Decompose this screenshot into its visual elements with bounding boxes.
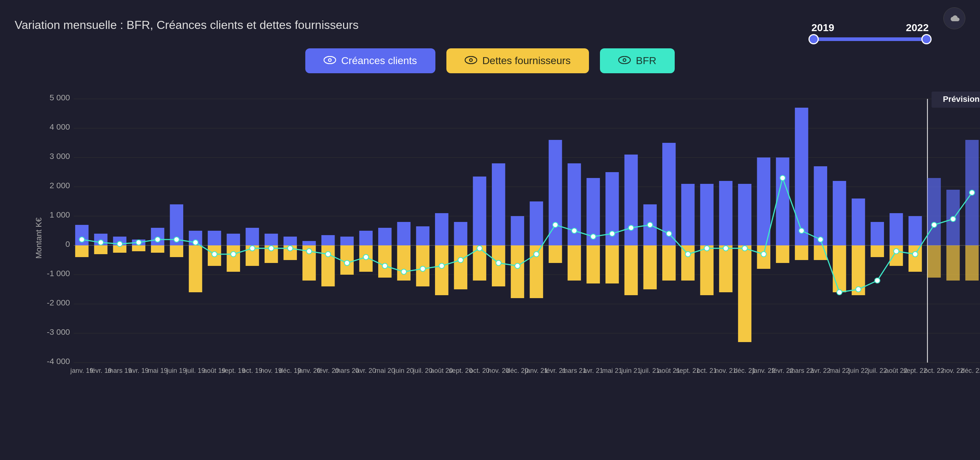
svg-rect-41 (170, 245, 183, 257)
chart-area: Montant K€ 5 000 4 000 3 (44, 88, 980, 388)
year-labels: 2019 2022 (811, 22, 929, 34)
svg-text:juin 20: juin 20 (394, 367, 414, 374)
svg-text:mars 19: mars 19 (108, 367, 132, 374)
svg-point-160 (705, 246, 710, 251)
svg-text:mars 21: mars 21 (562, 367, 586, 374)
svg-point-155 (609, 231, 615, 236)
svg-text:sept. 21: sept. 21 (676, 367, 700, 374)
svg-rect-100 (738, 184, 751, 245)
svg-text:sept. 20: sept. 20 (449, 367, 473, 374)
svg-point-150 (515, 263, 520, 268)
svg-text:3 000: 3 000 (49, 152, 70, 161)
svg-rect-96 (700, 184, 713, 245)
legend-creances-button[interactable]: Créances clients (305, 48, 435, 73)
svg-text:Prévision: Prévision (943, 95, 980, 104)
svg-point-151 (534, 252, 539, 257)
svg-rect-60 (359, 231, 372, 245)
svg-rect-54 (302, 241, 315, 245)
svg-text:nov. 22: nov. 22 (942, 367, 964, 374)
svg-text:avr. 21: avr. 21 (583, 367, 603, 374)
svg-text:mai 19: mai 19 (148, 367, 168, 374)
svg-rect-93 (662, 245, 675, 281)
slider-right-handle[interactable] (921, 34, 932, 44)
svg-rect-44 (208, 231, 221, 245)
legend-bfr-button[interactable]: BFR (600, 48, 675, 73)
svg-point-136 (250, 246, 255, 251)
svg-text:oct. 21: oct. 21 (697, 367, 717, 374)
svg-text:juin 21: juin 21 (621, 367, 641, 374)
svg-rect-99 (719, 245, 732, 292)
svg-text:juil. 20: juil. 20 (413, 367, 433, 374)
svg-rect-116 (889, 213, 903, 245)
svg-point-142 (363, 255, 368, 260)
svg-text:-2 000: -2 000 (47, 298, 70, 307)
svg-text:mai 22: mai 22 (829, 367, 850, 374)
svg-text:juil. 21: juil. 21 (640, 367, 660, 374)
svg-rect-76 (511, 216, 524, 245)
svg-rect-97 (700, 245, 713, 295)
svg-rect-71 (454, 245, 467, 289)
svg-rect-107 (795, 245, 808, 260)
legend-dettes-button[interactable]: Dettes fournisseurs (446, 48, 589, 73)
svg-point-137 (269, 246, 274, 251)
svg-rect-88 (625, 155, 638, 245)
year-slider[interactable] (811, 37, 929, 41)
svg-rect-105 (776, 245, 789, 263)
svg-point-174 (969, 190, 975, 195)
svg-text:nov. 21: nov. 21 (715, 367, 736, 374)
svg-rect-50 (265, 234, 278, 245)
svg-rect-33 (94, 245, 107, 254)
svg-rect-52 (284, 236, 297, 245)
svg-text:juil. 19: juil. 19 (185, 367, 205, 374)
svg-rect-119 (908, 245, 922, 272)
svg-text:4 000: 4 000 (49, 122, 70, 132)
svg-point-130 (136, 240, 141, 245)
svg-rect-78 (530, 201, 543, 245)
svg-text:sept. 19: sept. 19 (221, 367, 245, 374)
svg-rect-48 (245, 228, 259, 245)
svg-rect-47 (227, 245, 240, 272)
dashboard-container: Variation mensuelle : BFR, Créances clie… (0, 0, 980, 460)
svg-text:-1 000: -1 000 (47, 269, 70, 278)
svg-point-166 (818, 237, 823, 242)
svg-rect-58 (340, 236, 354, 245)
svg-rect-126 (965, 245, 978, 281)
svg-rect-70 (454, 222, 467, 245)
svg-point-163 (761, 252, 766, 257)
slider-left-handle[interactable] (808, 34, 819, 44)
svg-rect-94 (681, 184, 695, 245)
svg-rect-37 (132, 245, 145, 251)
svg-point-152 (553, 222, 558, 227)
svg-text:avr. 22: avr. 22 (810, 367, 830, 374)
svg-rect-108 (814, 166, 827, 245)
svg-rect-122 (928, 245, 941, 278)
svg-point-149 (496, 260, 501, 265)
svg-rect-111 (833, 245, 846, 292)
svg-text:mai 20: mai 20 (375, 367, 395, 374)
svg-point-167 (837, 290, 842, 295)
svg-text:5 000: 5 000 (49, 93, 70, 102)
svg-rect-56 (321, 235, 335, 245)
eye-creances-icon (324, 55, 336, 67)
legend-creances-label: Créances clients (341, 55, 417, 67)
svg-rect-106 (795, 108, 808, 245)
svg-point-171 (913, 252, 918, 257)
svg-point-173 (950, 216, 955, 222)
cloud-button[interactable] (943, 7, 965, 29)
svg-point-159 (685, 252, 690, 257)
svg-text:déc. 22: déc. 22 (961, 367, 980, 374)
svg-text:juin 22: juin 22 (848, 367, 868, 374)
svg-rect-89 (625, 245, 638, 295)
svg-point-165 (799, 228, 804, 233)
svg-text:avr. 20: avr. 20 (356, 367, 376, 374)
svg-point-148 (477, 246, 482, 251)
svg-rect-92 (662, 143, 675, 245)
svg-rect-72 (473, 176, 486, 245)
svg-point-172 (932, 222, 937, 227)
svg-point-164 (780, 175, 785, 181)
svg-rect-124 (946, 245, 959, 281)
svg-point-135 (231, 252, 236, 257)
svg-rect-80 (549, 140, 562, 245)
svg-point-134 (212, 252, 217, 257)
svg-rect-114 (871, 222, 884, 245)
